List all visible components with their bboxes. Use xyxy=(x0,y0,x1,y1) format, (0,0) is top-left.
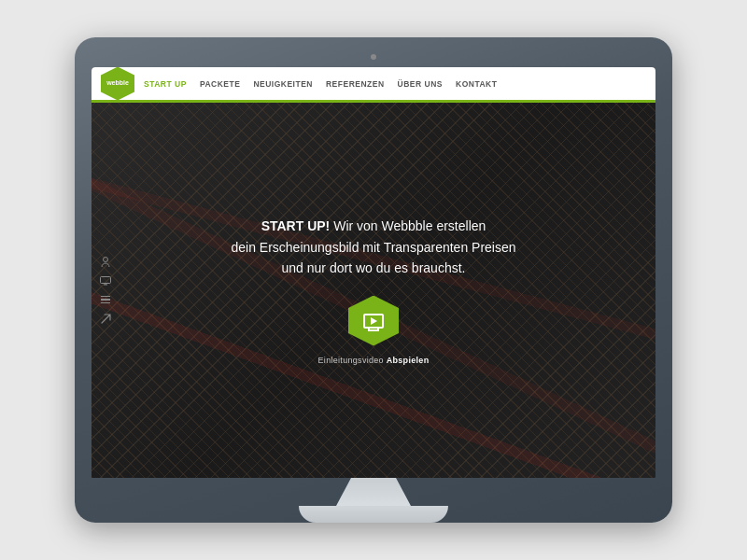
svg-rect-1 xyxy=(101,277,111,284)
navbar: webble START UP PACKETE NEUIGKEITEN REFE… xyxy=(92,67,655,103)
monitor-stand-base xyxy=(299,506,448,523)
hero-section: START UP! Wir von Webbble erstellendein … xyxy=(92,103,655,478)
logo-text: webble xyxy=(106,79,129,87)
monitor-stand-neck xyxy=(336,478,411,506)
monitor-screen: webble START UP PACKETE NEUIGKEITEN REFE… xyxy=(92,67,655,478)
nav-item-kontakt[interactable]: KONTAKT xyxy=(456,79,497,89)
video-label-normal: Einleitungsvideo xyxy=(318,356,387,365)
hero-title-bold: START UP! xyxy=(261,218,331,233)
monitor: webble START UP PACKETE NEUIGKEITEN REFE… xyxy=(75,37,672,523)
play-triangle xyxy=(371,317,377,325)
logo-hexagon: webble xyxy=(101,67,134,101)
nav-item-neuigkeiten[interactable]: NEUIGKEITEN xyxy=(253,79,313,89)
send-icon[interactable] xyxy=(99,312,112,325)
play-button[interactable]: Einleitungsvideo Abspielen xyxy=(231,296,515,365)
sidebar-icons xyxy=(99,256,112,325)
nav-item-packete[interactable]: PACKETE xyxy=(200,79,241,89)
monitor-camera xyxy=(371,54,376,60)
list-icon[interactable] xyxy=(99,293,112,306)
svg-point-0 xyxy=(104,258,108,262)
video-label: Einleitungsvideo Abspielen xyxy=(318,356,430,365)
nav-item-referenzen[interactable]: REFERENZEN xyxy=(326,79,385,89)
play-icon-inner xyxy=(363,314,384,329)
nav-items: START UP PACKETE NEUIGKEITEN REFERENZEN … xyxy=(144,79,646,89)
play-hexagon xyxy=(348,296,399,346)
hero-content: START UP! Wir von Webbble erstellendein … xyxy=(175,216,571,364)
person-icon[interactable] xyxy=(99,256,112,269)
nav-item-startup[interactable]: START UP xyxy=(144,79,187,89)
video-label-bold: Abspielen xyxy=(387,356,430,365)
tv-icon xyxy=(363,314,384,329)
screen-icon[interactable] xyxy=(99,274,112,287)
hero-title: START UP! Wir von Webbble erstellendein … xyxy=(231,216,515,278)
website: webble START UP PACKETE NEUIGKEITEN REFE… xyxy=(92,67,655,478)
nav-item-ueber-uns[interactable]: ÜBER UNS xyxy=(398,79,443,89)
